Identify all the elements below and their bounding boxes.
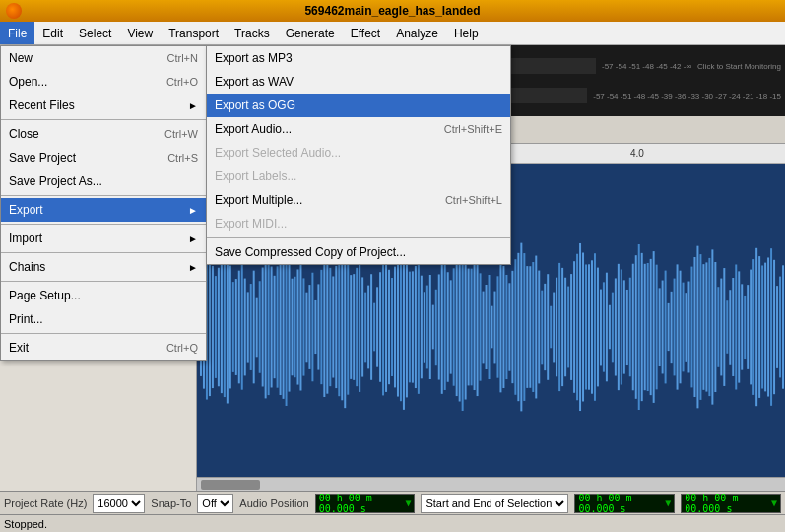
menu-item-new[interactable]: New Ctrl+N: [1, 46, 206, 70]
audio-position-display[interactable]: 00 h 00 m 00.000 s ▼: [315, 494, 416, 513]
menu-sep-4: [1, 252, 206, 253]
menu-sep-6: [1, 333, 206, 334]
export-menu-sep: [207, 237, 510, 238]
bottom-bar-row1: Project Rate (Hz) 16000 Snap-To Off Audi…: [0, 491, 785, 514]
menu-item-page-setup[interactable]: Page Setup...: [1, 284, 206, 307]
menu-item-export-multiple[interactable]: Export Multiple... Ctrl+Shift+L: [207, 188, 510, 212]
menu-help[interactable]: Help: [446, 22, 487, 44]
vu-meters: R -57 -54 -51 -48 -45 -42 -∞ Click to St…: [470, 45, 785, 116]
menu-bar: File Edit Select View Transport Tracks G…: [0, 22, 785, 45]
menu-item-save-compressed[interactable]: Save Compressed Copy of Project...: [207, 240, 510, 264]
menu-edit[interactable]: Edit: [34, 22, 71, 44]
menu-effect[interactable]: Effect: [343, 22, 388, 44]
menu-item-open[interactable]: Open... Ctrl+O: [1, 70, 206, 94]
menu-item-recent-files[interactable]: Recent Files ►: [1, 94, 206, 117]
waveform-hscroll[interactable]: [197, 477, 785, 491]
menu-item-save-as[interactable]: Save Project As...: [1, 169, 206, 193]
window-title: 569462main_eagle_has_landed: [304, 4, 480, 18]
snap-to-label: Snap-To: [151, 498, 191, 509]
audio-pos-label: Audio Position: [239, 498, 308, 509]
menu-item-save[interactable]: Save Project Ctrl+S: [1, 146, 206, 169]
time-mark-4: 4.0: [630, 148, 644, 159]
snap-to-select[interactable]: Off: [197, 494, 233, 513]
menu-generate[interactable]: Generate: [278, 22, 343, 44]
menu-sep-3: [1, 224, 206, 225]
menu-item-exit[interactable]: Exit Ctrl+Q: [1, 336, 206, 360]
menu-item-export-labels: Export Labels...: [207, 165, 510, 188]
menu-item-export-audio[interactable]: Export Audio... Ctrl+Shift+E: [207, 117, 510, 141]
sel-end-arrow: ▼: [771, 498, 777, 508]
sel-end-display[interactable]: 00 h 00 m 00.000 s ▼: [681, 494, 781, 513]
status-text: Stopped.: [4, 518, 47, 530]
menu-item-close[interactable]: Close Ctrl+W: [1, 122, 206, 146]
menu-item-import[interactable]: Import ►: [1, 227, 206, 250]
menu-item-export[interactable]: Export ►: [1, 198, 206, 222]
title-bar: 569462main_eagle_has_landed: [0, 0, 785, 22]
project-rate-select[interactable]: 16000: [93, 494, 145, 513]
menu-sep-2: [1, 195, 206, 196]
menu-file[interactable]: File: [0, 22, 34, 44]
audacity-icon: [6, 3, 22, 19]
menu-transport[interactable]: Transport: [161, 22, 227, 44]
project-rate-label: Project Rate (Hz): [4, 498, 87, 509]
menu-item-export-ogg[interactable]: Export as OGG: [207, 94, 510, 117]
menu-item-export-selected: Export Selected Audio...: [207, 141, 510, 165]
menu-analyze[interactable]: Analyze: [388, 22, 446, 44]
menu-item-chains[interactable]: Chains ►: [1, 255, 206, 279]
status-bar: Stopped.: [0, 514, 785, 532]
menu-tracks[interactable]: Tracks: [227, 22, 278, 44]
menu-sep-1: [1, 119, 206, 120]
file-menu-dropdown: New Ctrl+N Open... Ctrl+O Recent Files ►…: [0, 45, 207, 361]
selection-type-select[interactable]: Start and End of Selection: [421, 494, 568, 513]
menu-select[interactable]: Select: [71, 22, 119, 44]
vu-l-scale: -57 -54 -51 -48 -45 -39 -36 -33 -30 -27 …: [589, 92, 781, 100]
audio-pos-arrow: ▼: [405, 498, 411, 508]
menu-view[interactable]: View: [119, 22, 161, 44]
vu-r-scale: -57 -54 -51 -48 -45 -42 -∞: [598, 62, 691, 71]
menu-item-print[interactable]: Print...: [1, 307, 206, 331]
scroll-thumb[interactable]: [201, 480, 260, 490]
export-submenu-dropdown: Export as MP3 Export as WAV Export as OG…: [206, 45, 511, 265]
menu-item-export-midi: Export MIDI...: [207, 212, 510, 235]
sel-start-display[interactable]: 00 h 00 m 00.000 s ▼: [574, 494, 675, 513]
monitor-text[interactable]: Click to Start Monitoring: [693, 62, 781, 71]
sel-start-arrow: ▼: [665, 498, 671, 508]
menu-item-export-mp3[interactable]: Export as MP3: [207, 46, 510, 70]
menu-sep-5: [1, 281, 206, 282]
menu-item-export-wav[interactable]: Export as WAV: [207, 70, 510, 94]
